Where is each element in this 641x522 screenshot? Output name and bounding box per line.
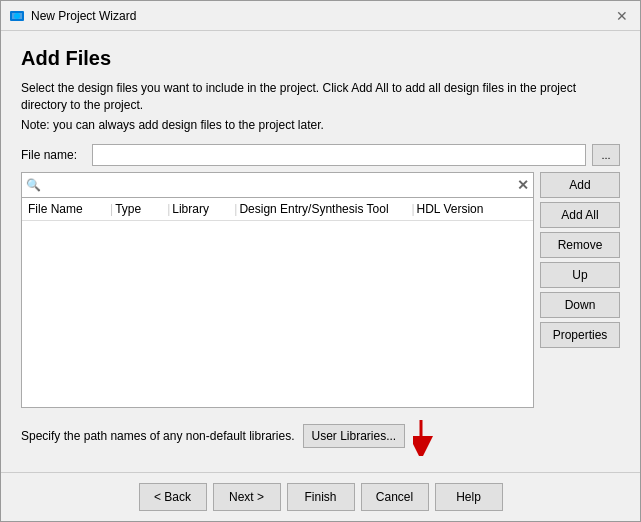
note-text: Note: you can always add design files to… bbox=[21, 118, 620, 132]
cancel-button[interactable]: Cancel bbox=[361, 483, 429, 511]
search-input[interactable] bbox=[45, 175, 513, 195]
main-window: New Project Wizard ✕ Add Files Select th… bbox=[0, 0, 641, 522]
file-name-label: File name: bbox=[21, 148, 86, 162]
add-all-button[interactable]: Add All bbox=[540, 202, 620, 228]
file-name-row: File name: ... bbox=[21, 144, 620, 166]
main-area: 🔍 ✕ File Name | Type | Library | Design … bbox=[21, 172, 620, 408]
arrow-hint bbox=[413, 416, 453, 456]
browse-button[interactable]: ... bbox=[592, 144, 620, 166]
search-icon: 🔍 bbox=[26, 178, 41, 192]
help-button[interactable]: Help bbox=[435, 483, 503, 511]
col-header-type: Type bbox=[115, 202, 165, 216]
page-title: Add Files bbox=[21, 47, 620, 70]
remove-button[interactable]: Remove bbox=[540, 232, 620, 258]
table-header: File Name | Type | Library | Design Entr… bbox=[22, 198, 533, 221]
add-button[interactable]: Add bbox=[540, 172, 620, 198]
col-header-design: Design Entry/Synthesis Tool bbox=[239, 202, 409, 216]
properties-button[interactable]: Properties bbox=[540, 322, 620, 348]
svg-point-2 bbox=[14, 13, 20, 19]
search-bar: 🔍 ✕ bbox=[22, 173, 533, 198]
search-clear-icon[interactable]: ✕ bbox=[517, 177, 529, 193]
next-button[interactable]: Next > bbox=[213, 483, 281, 511]
bottom-bar-text: Specify the path names of any non-defaul… bbox=[21, 429, 295, 443]
title-bar: New Project Wizard ✕ bbox=[1, 1, 640, 31]
up-button[interactable]: Up bbox=[540, 262, 620, 288]
title-bar-text: New Project Wizard bbox=[31, 9, 612, 23]
back-button[interactable]: < Back bbox=[139, 483, 207, 511]
col-header-hdl: HDL Version bbox=[417, 202, 497, 216]
user-libraries-button[interactable]: User Libraries... bbox=[303, 424, 406, 448]
footer: < Back Next > Finish Cancel Help bbox=[1, 472, 640, 521]
finish-button[interactable]: Finish bbox=[287, 483, 355, 511]
file-name-input[interactable] bbox=[92, 144, 586, 166]
content-area: Add Files Select the design files you wa… bbox=[1, 31, 640, 472]
bottom-bar: Specify the path names of any non-defaul… bbox=[21, 416, 620, 456]
col-header-filename: File Name bbox=[28, 202, 108, 216]
side-buttons: Add Add All Remove Up Down Properties bbox=[540, 172, 620, 408]
window-icon bbox=[9, 8, 25, 24]
col-header-library: Library bbox=[172, 202, 232, 216]
down-button[interactable]: Down bbox=[540, 292, 620, 318]
table-body bbox=[22, 221, 533, 407]
description-text: Select the design files you want to incl… bbox=[21, 80, 620, 114]
file-table-panel: 🔍 ✕ File Name | Type | Library | Design … bbox=[21, 172, 534, 408]
close-button[interactable]: ✕ bbox=[612, 6, 632, 26]
